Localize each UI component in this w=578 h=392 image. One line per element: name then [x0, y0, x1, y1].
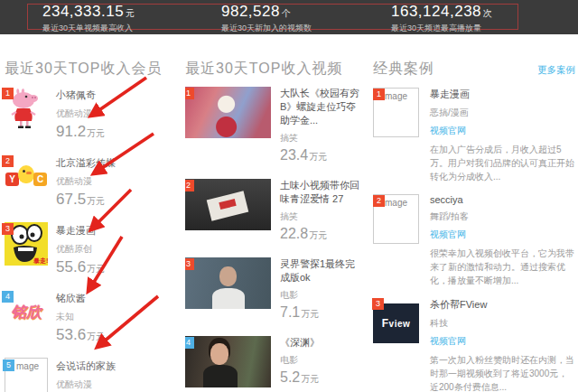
video-row[interactable]: 2 土味小视频带你回味青涩爱情 27 搞笑 22.8万元	[185, 179, 362, 242]
video-thumbnail[interactable]: 3	[185, 257, 271, 309]
case-description: 在加入广告分成后，月收入超过5万。用户对我们品牌的认可真正开始转化为分成收入..…	[430, 143, 574, 183]
video-amount: 7.1万元	[280, 304, 359, 321]
rank-badge: 1	[373, 89, 385, 100]
member-name[interactable]: 铭欣酱	[56, 292, 105, 305]
member-row[interactable]: 5 mage 会说话的家族 优酷动漫 31.0万元	[5, 358, 182, 392]
case-row[interactable]: 2 mage secciya 舞蹈/拍客 视频官网 很荣幸加入视频创收平台，它为…	[373, 194, 575, 287]
member-name[interactable]: 小猪佩奇	[56, 89, 105, 102]
stat-unit: 次	[483, 8, 493, 18]
video-category: 电影	[280, 354, 359, 367]
video-row[interactable]: 3 灵界警探1最终完成版ok 电影 7.1万元	[185, 257, 362, 321]
case-category: 恶搞/漫画	[430, 107, 574, 119]
video-row[interactable]: 4 《深渊》 电影 5.2万元	[185, 336, 362, 387]
case-site-link[interactable]: 视频官网	[430, 229, 466, 241]
case-category: 科技	[430, 317, 574, 330]
yc-letter-c: C	[33, 173, 47, 186]
case-info: 杀价帮FView 科技 视频官网 第一次加入粉丝赞助时还在内测，当时那一期视频收…	[430, 298, 574, 392]
video-thumbnail[interactable]: 2	[185, 179, 271, 230]
member-category: 优酷动漫	[56, 175, 116, 188]
case-row[interactable]: 3 Fview 杀价帮FView 科技 视频官网 第一次加入粉丝赞助时还在内测，…	[373, 298, 575, 392]
member-info: 铭欣酱 未知 53.6万元	[56, 290, 105, 344]
rank-badge: 1	[185, 88, 194, 99]
mingxin-logo-text: 铭欣	[11, 302, 42, 322]
video-thumbnail[interactable]: 4	[185, 336, 271, 387]
member-row[interactable]: 1 小猪佩奇 优酷	[5, 87, 182, 141]
cases-heading: 经典案例	[373, 60, 434, 79]
section-top-members: 最近30天TOP收入会员 1	[5, 60, 182, 392]
member-amount: 55.6万元	[56, 258, 105, 276]
member-category: 优酷动漫	[56, 107, 105, 120]
member-category: 优酷原创	[56, 243, 105, 256]
member-row[interactable]: 3 暴走! 暴走漫画 优酷原创 55.6万元	[5, 222, 182, 276]
stat-label: 最近30天频道最高播放量	[391, 23, 493, 34]
video-category: 搞笑	[280, 132, 359, 145]
member-info: 会说话的家族 优酷动漫 31.0万元	[56, 358, 116, 392]
cases-header: 经典案例 更多案例	[373, 60, 575, 79]
stat-top-video-income: 234,333.15元 最近30天单视频最高收入	[42, 4, 135, 34]
broken-image-placeholder-text: mage	[385, 91, 407, 101]
rank-badge: 2	[2, 155, 14, 167]
rank-badge: 4	[2, 291, 14, 303]
member-category: 优酷动漫	[56, 378, 116, 391]
video-title[interactable]: 土味小视频带你回味青涩爱情 27	[280, 179, 359, 206]
case-site-link[interactable]: 视频官网	[430, 335, 466, 348]
video-title[interactable]: 灵界警探1最终完成版ok	[280, 257, 359, 285]
member-avatar-mingxin[interactable]: 4 铭欣	[5, 290, 48, 333]
section-classic-cases: 经典案例 更多案例 1 mage 暴走漫画 恶搞/漫画 视频官网 在加入广告分成…	[373, 60, 575, 392]
case-name[interactable]: 暴走漫画	[430, 88, 574, 101]
member-info: 北京溢彩传媒 优酷动漫 67.5万元	[56, 154, 116, 209]
case-description: 很荣幸加入视频创收平台，它为我带来了新的激情和动力。通过搜索优化，播放量不断增加…	[430, 247, 574, 287]
member-name[interactable]: 会说话的家族	[56, 359, 116, 373]
yc-letter-y: Y	[5, 173, 19, 186]
topbar: 234,333.15元 最近30天单视频最高收入 982,528个 最近30天新…	[0, 0, 578, 34]
video-row[interactable]: 1 大队长《校园有穷B》螺旋走位巧夺助学金... 搞笑 23.4万元	[185, 87, 362, 163]
case-image-broken[interactable]: 1 mage	[373, 88, 419, 137]
rank-badge: 3	[185, 258, 194, 270]
member-name[interactable]: 北京溢彩传媒	[56, 156, 116, 170]
member-name[interactable]: 暴走漫画	[56, 224, 105, 238]
video-info: 大队长《校园有穷B》螺旋走位巧夺助学金... 搞笑 23.4万元	[280, 87, 359, 163]
case-name[interactable]: 杀价帮FView	[430, 298, 574, 312]
video-category: 搞笑	[280, 210, 359, 223]
stat-unit: 个	[282, 8, 292, 18]
stat-value: 163,124,238次	[391, 4, 493, 22]
video-category: 电影	[280, 289, 359, 302]
video-title[interactable]: 《深渊》	[280, 336, 359, 350]
broken-image-placeholder-text: mage	[385, 198, 407, 208]
more-cases-link[interactable]: 更多案例	[537, 64, 575, 77]
member-info: 暴走漫画 优酷原创 55.6万元	[56, 222, 105, 276]
member-amount: 67.5万元	[56, 191, 116, 209]
member-category: 未知	[56, 311, 105, 323]
member-row[interactable]: 4 铭欣 铭欣酱 未知 53.6万元	[5, 290, 182, 344]
video-title[interactable]: 大队长《校园有穷B》螺旋走位巧夺助学金...	[280, 87, 359, 127]
stat-top-channel-plays: 163,124,238次 最近30天频道最高播放量	[391, 4, 493, 34]
case-image-broken[interactable]: 2 mage	[373, 194, 419, 244]
stat-label: 最近30天新加入的视频数	[221, 23, 312, 34]
fview-logo-text: Fview	[382, 317, 411, 330]
member-info: 小猪佩奇 优酷动漫 91.2万元	[56, 87, 105, 141]
member-avatar-peppa-pig[interactable]: 1	[5, 87, 48, 130]
member-avatar-broken-image[interactable]: 5 mage	[5, 358, 48, 392]
member-amount: 91.2万元	[56, 123, 105, 141]
case-image-fview-logo[interactable]: 3 Fview	[373, 303, 419, 343]
case-description: 第一次加入粉丝赞助时还在内测，当时那一期视频收到了将近3000元，近200条付费…	[430, 353, 574, 392]
video-amount: 23.4万元	[280, 147, 359, 163]
video-thumbnail[interactable]: 1	[185, 87, 271, 138]
section-top-videos: 最近30天TOP收入视频 1 大队长《校园有穷B》螺旋走位巧夺助学金... 搞笑…	[185, 60, 362, 392]
member-avatar-rage-face[interactable]: 3 暴走!	[5, 222, 48, 266]
case-site-link[interactable]: 视频官网	[430, 125, 466, 137]
rank-badge: 5	[3, 359, 14, 371]
stat-value: 234,333.15元	[42, 4, 135, 22]
videos-heading: 最近30天TOP收入视频	[185, 60, 362, 79]
video-info: 土味小视频带你回味青涩爱情 27 搞笑 22.8万元	[280, 179, 359, 242]
rank-badge: 3	[2, 223, 14, 235]
stat-new-videos: 982,528个 最近30天新加入的视频数	[221, 4, 312, 34]
member-row[interactable]: 2 Y C 北京溢彩传媒 优酷动漫 67.5万元	[5, 154, 182, 209]
case-name[interactable]: secciya	[430, 194, 574, 205]
stat-unit: 元	[126, 8, 135, 18]
case-row[interactable]: 1 mage 暴走漫画 恶搞/漫画 视频官网 在加入广告分成后，月收入超过5万。…	[373, 88, 575, 183]
stat-value: 982,528个	[221, 4, 312, 22]
video-info: 《深渊》 电影 5.2万元	[280, 336, 359, 387]
member-avatar-yc[interactable]: 2 Y C	[5, 154, 48, 198]
rank-badge: 2	[185, 180, 194, 191]
